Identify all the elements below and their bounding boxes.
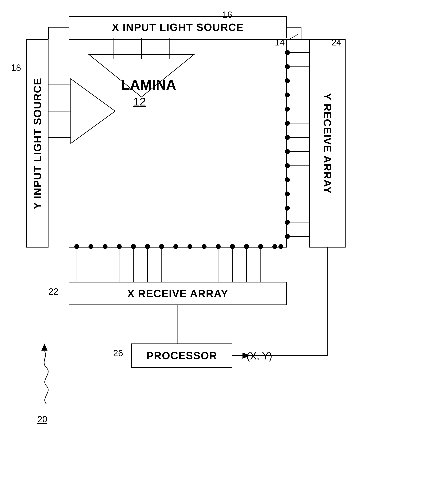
y-input-light-source-label: Y INPUT LIGHT SOURCE xyxy=(31,78,43,209)
svg-marker-78 xyxy=(41,343,48,350)
y-input-light-source-box: Y INPUT LIGHT SOURCE xyxy=(26,39,49,247)
diagram-container: X INPUT LIGHT SOURCE 16 LAMINA 12 14 Y I… xyxy=(0,0,448,492)
ref-26: 26 xyxy=(113,348,123,358)
ref-22: 22 xyxy=(49,287,58,297)
processor-label: PROCESSOR xyxy=(146,349,217,362)
xy-output: (X, Y) xyxy=(246,350,272,362)
ref-14: 14 xyxy=(275,37,285,48)
ref-18: 18 xyxy=(11,63,21,73)
x-input-light-source-box: X INPUT LIGHT SOURCE xyxy=(69,16,287,38)
x-receive-array-label: X RECEIVE ARRAY xyxy=(127,287,228,300)
lamina-box xyxy=(69,39,287,247)
svg-line-79 xyxy=(287,34,298,41)
right-ticks xyxy=(287,52,309,236)
ref-24: 24 xyxy=(331,37,341,48)
processor-box: PROCESSOR xyxy=(131,343,232,368)
lamina-ref: 12 xyxy=(133,95,146,108)
x-receive-array-box: X RECEIVE ARRAY xyxy=(69,282,287,305)
lamina-label: LAMINA xyxy=(121,77,176,93)
xy-output-label: (X, Y) xyxy=(246,350,272,362)
x-input-light-source-label: X INPUT LIGHT SOURCE xyxy=(112,21,244,33)
bottom-ticks xyxy=(77,247,281,282)
y-receive-array-box: Y RECEIVE ARRAY xyxy=(309,39,346,247)
ref-20: 20 xyxy=(37,414,47,424)
y-receive-array-label: Y RECEIVE ARRAY xyxy=(321,93,333,194)
ref-16: 16 xyxy=(222,10,232,20)
